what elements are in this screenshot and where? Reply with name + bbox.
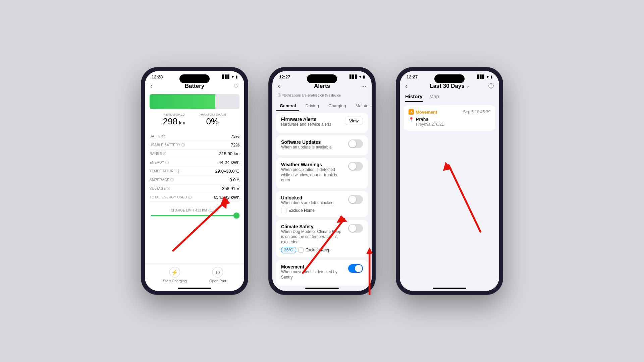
signal-icon-1: ▋▋▋ bbox=[222, 75, 230, 79]
alerts-title: Alerts bbox=[314, 83, 330, 89]
alerts-more[interactable]: ··· bbox=[361, 83, 366, 90]
open-port-label: Open Port bbox=[209, 279, 226, 283]
history-screen: 12:27 ▋▋▋ ▾ ▮ ‹ Last 30 Days ⌄ ⓘ bbox=[400, 71, 499, 291]
phone-3: 12:27 ▋▋▋ ▾ ▮ ‹ Last 30 Days ⌄ ⓘ bbox=[396, 67, 503, 295]
home-indicator-2 bbox=[305, 288, 339, 289]
time-2: 12:27 bbox=[279, 74, 290, 79]
alert-software: Software Updates When an update is avail… bbox=[276, 135, 368, 156]
charge-slider-track[interactable] bbox=[151, 215, 238, 216]
unlocked-toggle-knob bbox=[349, 196, 356, 203]
weather-header: Weather Warnings When precipitation is d… bbox=[281, 162, 363, 183]
start-charging-button[interactable]: ⚡ Start Charging bbox=[163, 267, 187, 283]
alert-unlocked: Unlocked When doors are left unlocked Ex… bbox=[276, 191, 368, 217]
unlocked-text: Unlocked When doors are left unlocked bbox=[281, 195, 333, 206]
alerts-list: Firmware Alerts Hardware and service ale… bbox=[272, 113, 372, 288]
open-port-button[interactable]: ⊙ Open Port bbox=[209, 267, 226, 283]
climate-title: Climate Safety bbox=[281, 224, 345, 229]
status-icons-1: ▋▋▋ ▾ ▮ bbox=[222, 75, 237, 79]
home-indicator-3 bbox=[433, 288, 466, 289]
location-details: Praha Freyova 276/21 bbox=[416, 117, 444, 127]
firmware-header: Firmware Alerts Hardware and service ale… bbox=[281, 117, 363, 127]
back-button-3[interactable]: ‹ bbox=[405, 82, 408, 90]
battery-stats: REAL WORLD 298 km PHANTOM DRAIN 0% bbox=[150, 113, 239, 127]
temp-badge[interactable]: 26°C bbox=[281, 247, 296, 253]
exclude-home-checkbox[interactable] bbox=[281, 208, 286, 213]
movement-warning-icon: ⚠ bbox=[409, 109, 414, 115]
status-icons-2: ▋▋▋ ▾ ▮ bbox=[350, 75, 365, 79]
weather-title: Weather Warnings bbox=[281, 162, 345, 167]
movement-event-label: Movement bbox=[416, 110, 437, 115]
tab-driving[interactable]: Driving bbox=[302, 102, 322, 111]
unlocked-toggle[interactable] bbox=[348, 195, 363, 204]
detail-battery: BATTERY 73% bbox=[150, 132, 239, 141]
time-3: 12:27 bbox=[407, 74, 418, 79]
battery-title: Battery bbox=[185, 83, 205, 89]
battery-bar-section: REAL WORLD 298 km PHANTOM DRAIN 0% bbox=[145, 92, 244, 132]
tab-charging[interactable]: Charging bbox=[325, 102, 350, 111]
location-pin-icon: 📍 bbox=[409, 117, 414, 122]
heart-button[interactable]: ♡ bbox=[233, 82, 239, 90]
home-indicator-1 bbox=[178, 288, 211, 289]
firmware-view-btn[interactable]: View bbox=[345, 117, 363, 125]
unlocked-header: Unlocked When doors are left unlocked bbox=[281, 195, 363, 206]
battery-bar-container bbox=[150, 94, 239, 109]
notification-banner: ⓘ Notifications are enabled on this devi… bbox=[272, 92, 372, 100]
wifi-icon-3: ▾ bbox=[487, 75, 489, 79]
climate-toggle[interactable] bbox=[348, 224, 363, 233]
exclude-keep-checkbox[interactable] bbox=[298, 247, 304, 253]
firmware-desc: Hardware and service alerts bbox=[281, 122, 331, 127]
alerts-screen: 12:27 ▋▋▋ ▾ ▮ ‹ Alerts ··· ⓘ bbox=[272, 71, 372, 291]
back-button-1[interactable]: ‹ bbox=[150, 82, 153, 90]
tab-map[interactable]: Map bbox=[429, 94, 439, 102]
alert-firmware: Firmware Alerts Hardware and service ale… bbox=[276, 113, 368, 133]
software-toggle[interactable] bbox=[348, 139, 363, 148]
phone-1: 12:28 ▋▋▋ ▾ ▮ ‹ Battery ♡ bbox=[141, 67, 248, 295]
detail-temperature: TEMPERATURE ⓘ 29.0–30.0°C bbox=[150, 167, 239, 176]
start-charging-label: Start Charging bbox=[163, 279, 187, 283]
detail-energy: ENERGY ⓘ 44.24 kWh bbox=[150, 158, 239, 167]
climate-header: Climate Safety When Dog Mode or Climate … bbox=[281, 224, 363, 245]
tab-history[interactable]: History bbox=[405, 94, 423, 102]
history-title-group[interactable]: Last 30 Days ⌄ bbox=[430, 83, 469, 89]
climate-text: Climate Safety When Dog Mode or Climate … bbox=[281, 224, 345, 245]
movement-badge: ⚠ Movement bbox=[409, 109, 437, 115]
period-chevron: ⌄ bbox=[466, 84, 469, 88]
wifi-icon-1: ▾ bbox=[232, 75, 234, 79]
history-list: ⚠ Movement Sep 5 10:45:39 📍 Praha Freyov… bbox=[400, 102, 499, 288]
history-tabs: History Map bbox=[400, 92, 499, 102]
detail-total-energy: TOTAL ENERGY USED ⓘ 654.293 kWh bbox=[150, 193, 239, 202]
firmware-title: Firmware Alerts bbox=[281, 117, 331, 122]
dynamic-island-2 bbox=[307, 74, 337, 83]
movement-toggle[interactable] bbox=[348, 264, 363, 273]
back-button-2[interactable]: ‹ bbox=[278, 82, 280, 90]
phone-2-wrapper: 12:27 ▋▋▋ ▾ ▮ ‹ Alerts ··· ⓘ bbox=[268, 67, 376, 295]
alert-climate: Climate Safety When Dog Mode or Climate … bbox=[276, 220, 368, 258]
history-event-movement: ⚠ Movement Sep 5 10:45:39 📍 Praha Freyov… bbox=[404, 105, 495, 131]
climate-desc: When Dog Mode or Climate Keep is on and … bbox=[281, 229, 345, 245]
wifi-icon-2: ▾ bbox=[359, 75, 361, 79]
software-desc: When an update is available bbox=[281, 145, 332, 150]
weather-text: Weather Warnings When precipitation is d… bbox=[281, 162, 345, 183]
tab-general[interactable]: General bbox=[276, 102, 299, 111]
status-icons-3: ▋▋▋ ▾ ▮ bbox=[477, 75, 492, 79]
alert-weather: Weather Warnings When precipitation is d… bbox=[276, 158, 368, 188]
location-name: Praha bbox=[416, 117, 444, 122]
phone-2: 12:27 ▋▋▋ ▾ ▮ ‹ Alerts ··· ⓘ bbox=[268, 67, 376, 295]
history-event-date: Sep 5 10:45:39 bbox=[463, 110, 490, 114]
software-text: Software Updates When an update is avail… bbox=[281, 139, 332, 150]
info-icon-alerts: ⓘ bbox=[278, 93, 281, 98]
climate-sub-row: 26°C Exclude Keep bbox=[281, 247, 363, 253]
dynamic-island-1 bbox=[179, 74, 210, 83]
signal-icon-3: ▋▋▋ bbox=[477, 75, 485, 79]
location-address: Freyova 276/21 bbox=[416, 122, 444, 127]
weather-toggle[interactable] bbox=[348, 162, 363, 171]
history-period: Last 30 Days bbox=[430, 83, 465, 89]
exclude-keep-label: Exclude Keep bbox=[306, 248, 330, 252]
notification-text: Notifications are enabled on this device bbox=[282, 94, 341, 97]
detail-voltage: VOLTAGE ⓘ 358.91 V bbox=[150, 184, 239, 193]
info-button[interactable]: ⓘ bbox=[488, 83, 494, 90]
charge-slider-fill bbox=[151, 215, 238, 216]
tab-maintenance[interactable]: Mainte... bbox=[352, 102, 372, 111]
port-icon: ⊙ bbox=[212, 267, 223, 278]
history-location: 📍 Praha Freyova 276/21 bbox=[409, 117, 490, 127]
